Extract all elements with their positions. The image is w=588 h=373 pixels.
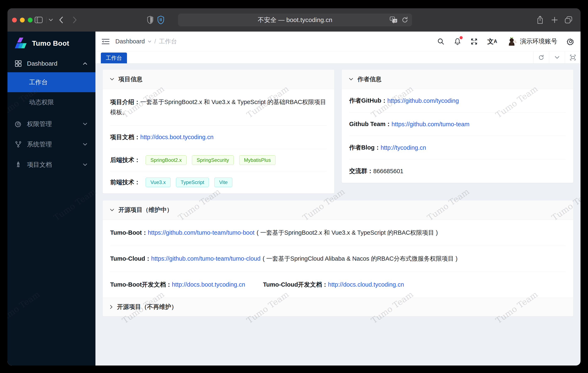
field-label: 交流群： [349,167,373,175]
address-text: 不安全 — boot.tycoding.cn [258,16,332,24]
translate-icon: 文 [487,37,494,46]
breadcrumb-workbench: 工作台 [159,37,177,46]
collapse-chevron-down-icon [110,208,114,212]
page-content: 项目信息 项目介绍：一套基于SpringBoot2.x 和 Vue3.x & T… [95,64,580,365]
frontend-tech-row: 前端技术： Vue3.x TypeScript Vite [110,171,327,193]
tumo-cloud-docs-link[interactable]: http://docs.cloud.tycoding.cn [328,281,404,288]
minimize-window-button[interactable] [20,18,25,22]
app-viewport: Tumo Boot Dashboard 工作台 动态 [8,32,580,365]
opensource-maintained-header[interactable]: 开源项目（维护中） [103,200,573,220]
project-doc-link[interactable]: http://docs.boot.tycoding.cn [140,134,213,141]
reload-button[interactable] [402,16,408,23]
sidebar-item-permission-management[interactable]: 权限管理 [8,114,95,134]
gear-icon [15,121,21,127]
brand-name: Tumo Boot [32,39,69,47]
back-button[interactable] [58,8,64,32]
tab-workbench[interactable]: 工作台 [101,53,127,63]
author-info-header[interactable]: 作者信息 [342,70,573,89]
share-button[interactable] [536,8,544,32]
chevron-down-icon [83,163,88,166]
field-label: 项目介绍： [110,99,140,105]
sidebar-item-dynamic-permission[interactable]: 动态权限 [8,92,95,112]
back-icon [58,16,64,24]
fullscreen-button[interactable] [471,38,478,45]
tumo-cloud-row: Tumo-Cloud： https://github.com/tumo-team… [110,246,566,272]
tab-label: 工作台 [106,55,122,62]
language-switch-button[interactable]: 文A [487,37,497,46]
content-fullscreen-button[interactable] [565,52,580,63]
branch-icon [15,141,21,148]
field-label: Tumo-Cloud： [110,255,151,263]
tab-bar: 工作台 [95,52,580,64]
project-info-header[interactable]: 项目信息 [103,70,334,89]
browser-window: 不安全 — boot.tycoding.cn A 文 [8,8,580,365]
github-team-link[interactable]: https://github.com/tumo-team [391,121,470,128]
close-window-button[interactable] [12,18,17,22]
project-desc: ( 一套基于SpringCloud Alibaba & Nacos 的RBAC分… [263,255,458,263]
sidebar-item-dashboard[interactable]: Dashboard [8,55,95,72]
opensource-deprecated-header[interactable]: 开源项目（不再维护） [103,298,573,316]
settings-button[interactable] [567,38,574,45]
address-bar[interactable]: 不安全 — boot.tycoding.cn A 文 [178,13,412,26]
refresh-page-button[interactable] [533,52,549,63]
field-label: Tumo-Boot开发文档： [110,281,172,289]
tab-options-button[interactable] [549,52,565,63]
new-tab-button[interactable] [551,8,558,32]
collapse-sidebar-button[interactable] [102,38,110,45]
breadcrumb: Dashboard / 工作台 [115,37,177,46]
shield-pause-icon [157,16,164,24]
field-label: Tumo-Cloud开发文档： [263,281,328,289]
brand[interactable]: Tumo Boot [8,32,95,55]
refresh-icon [538,55,545,61]
sidebar-menu: Dashboard 工作台 动态权限 权限管理 [8,55,95,175]
toolbar-dropdown-chevron[interactable] [49,8,53,32]
tumo-cloud-link[interactable]: https://github.com/tumo-team/tumo-cloud [151,255,261,262]
field-value: 一套基于SpringBoot2.x 和 Vue3.x & TypeScript … [110,99,326,115]
sidebar-item-project-docs[interactable]: 项目文档 [8,154,95,175]
opensource-card: 开源项目（维护中） Tumo-Boot： https://github.com/… [103,200,574,317]
user-menu[interactable]: 演示环境账号 [507,37,557,46]
sidebar-item-label: Dashboard [27,60,77,67]
tech-tag: SpringSecurity [192,155,234,165]
privacy-shield-icon[interactable] [147,8,154,32]
tech-tag: TypeScript [176,177,209,187]
card-title: 开源项目（不再维护） [117,303,177,311]
sidebar-item-label: 系统管理 [27,140,77,149]
adblock-shield-icon[interactable] [157,8,164,32]
author-blog-link[interactable]: http://tycoding.cn [380,144,426,151]
tumo-boot-row: Tumo-Boot： https://github.com/tumo-team/… [110,220,566,246]
main-area: Dashboard / 工作台 [95,32,580,365]
sidebar-toggle-button[interactable] [34,8,43,32]
sidebar: Tumo Boot Dashboard 工作台 动态 [8,32,95,365]
project-intro-row: 项目介绍：一套基于SpringBoot2.x 和 Vue3.x & TypeSc… [110,89,327,126]
card-title: 开源项目（维护中） [118,206,173,214]
gear-icon [567,38,574,45]
svg-text:文: 文 [394,20,397,22]
chevron-down-icon [49,19,53,22]
zoom-window-button[interactable] [28,18,32,22]
tumo-boot-link[interactable]: https://github.com/tumo-team/tumo-boot [148,229,254,236]
author-github-row: 作者GitHub： https://github.com/tycoding [349,89,566,113]
header-actions: 文A 演示环境账号 [437,37,574,46]
translate-page-icon[interactable]: A 文 [390,16,398,23]
notifications-button[interactable] [454,38,461,45]
author-github-link[interactable]: https://github.com/tycoding [387,97,459,104]
maximize-frame-icon [570,55,576,61]
tab-overview-button[interactable] [564,8,573,32]
forward-button[interactable] [72,8,78,32]
chevron-down-icon [554,56,560,59]
sidebar-item-system-management[interactable]: 系统管理 [8,134,95,154]
sidebar-item-workbench[interactable]: 工作台 [8,72,95,92]
chevron-down-icon [83,143,88,146]
dev-docs-row: Tumo-Boot开发文档： http://docs.boot.tycoding… [110,272,566,298]
search-button[interactable] [437,38,444,45]
shield-icon [147,16,154,24]
chevron-down-icon [83,122,88,126]
breadcrumb-dashboard[interactable]: Dashboard [115,38,145,45]
project-doc-row: 项目文档： http://docs.boot.tycoding.cn [110,126,327,149]
window-controls [12,8,32,32]
backend-tech-row: 后端技术： SpringBoot2.x SpringSecurity Mybat… [110,149,327,171]
github-team-row: Github Team： https://github.com/tumo-tea… [349,113,566,136]
tech-tag: Vite [214,177,232,187]
tumo-boot-docs-link[interactable]: http://docs.boot.tycoding.cn [172,281,245,288]
